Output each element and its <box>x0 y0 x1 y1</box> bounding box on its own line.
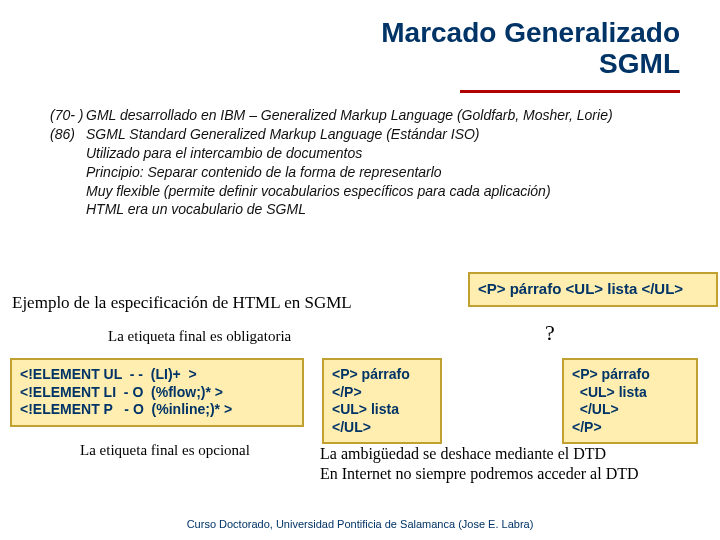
ambiguity-note: La ambigüedad se deshace mediante el DTD… <box>320 444 720 484</box>
bullet-text-3: Utilizado para el intercambio de documen… <box>86 144 680 163</box>
bullet-text-5: Muy flexible (permite definir vocabulari… <box>86 182 680 201</box>
question-mark: ? <box>545 320 555 346</box>
bullet-text-2: SGML Standard Generalized Markup Languag… <box>86 125 680 144</box>
slide-title: Marcado Generalizado SGML <box>381 18 680 80</box>
tag-optional-label: La etiqueta final es opcional <box>80 442 250 459</box>
bullet-text-6: HTML era un vocabulario de SGML <box>86 200 680 219</box>
bullet-year-1: (70- ) <box>50 106 86 125</box>
bullet-year-2: (86) <box>50 125 86 144</box>
slide: Marcado Generalizado SGML (70- ) GML des… <box>0 0 720 540</box>
slide-footer: Curso Doctorado, Universidad Pontificia … <box>0 518 720 530</box>
ambiguity-line-2: En Internet no siempre podremos acceder … <box>320 464 720 484</box>
example-box-2: <P> párrafo </P> <UL> lista </UL> <box>322 358 442 444</box>
example-heading: Ejemplo de la especificación de HTML en … <box>12 293 352 313</box>
bullet-text-1: GML desarrollado en IBM – Generalized Ma… <box>86 106 680 125</box>
ambiguity-line-1: La ambigüedad se deshace mediante el DTD <box>320 444 720 464</box>
example-box-3: <P> párrafo <UL> lista </UL> </P> <box>562 358 698 444</box>
title-line2: SGML <box>381 49 680 80</box>
tag-required-label: La etiqueta final es obligatoria <box>108 328 291 345</box>
title-underline <box>460 90 680 93</box>
dtd-code-box: <!ELEMENT UL - - (LI)+ > <!ELEMENT LI - … <box>10 358 304 427</box>
example-box-1: <P> párrafo <UL> lista </UL> <box>468 272 718 307</box>
bullet-text-4: Principio: Separar contenido de la forma… <box>86 163 680 182</box>
body-text: (70- ) GML desarrollado en IBM – General… <box>50 106 680 219</box>
title-line1: Marcado Generalizado <box>381 18 680 49</box>
